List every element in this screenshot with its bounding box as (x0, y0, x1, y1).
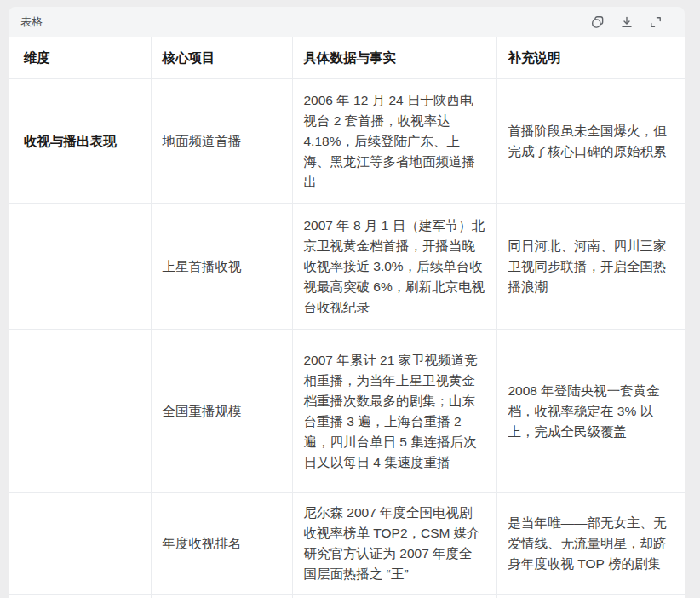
cell-facts: 尼尔森 2007 年度全国电视剧收视率榜单 TOP2，CSM 媒介研究官方认证为… (292, 493, 496, 595)
expand-icon[interactable] (649, 15, 663, 29)
cell-project (151, 595, 292, 598)
cell-project: 全国重播规模 (151, 330, 292, 493)
cell-dimension (9, 493, 151, 595)
cell-dimension (9, 204, 151, 330)
col-header-notes: 补充说明 (496, 37, 685, 79)
download-icon[interactable] (620, 15, 634, 29)
cell-facts: 2007 年累计 21 家卫视频道竞相重播，为当年上星卫视黄金档重播次数最多的剧… (292, 330, 496, 493)
col-header-project: 核心项目 (151, 37, 292, 79)
table-row: 上星首播收视 2007 年 8 月 1 日（建军节）北京卫视黄金档首播，开播当晚… (9, 204, 685, 330)
cell-facts: 2007 年 8 月 1 日（建军节）北京卫视黄金档首播，开播当晚收视率接近 3… (292, 204, 496, 330)
cell-dimension: 收视与播出表现 (9, 79, 151, 204)
cell-project: 年度收视排名 (151, 493, 292, 595)
cell-notes (496, 595, 685, 598)
table-row-partial (9, 595, 685, 598)
cell-notes: 2008 年登陆央视一套黄金档，收视率稳定在 3% 以上，完成全民级覆盖 (496, 330, 685, 493)
col-header-dimension: 维度 (9, 37, 151, 79)
widget-title: 表格 (20, 14, 43, 30)
table-row: 收视与播出表现 地面频道首播 2006 年 12 月 24 日于陕西电视台 2 … (9, 79, 685, 204)
cell-notes: 是当年唯——部无女主、无爱情线、无流量明星，却跻身年度收视 TOP 榜的剧集 (496, 493, 685, 595)
table-widget-card: 表格 (9, 7, 685, 598)
table-widget-toolbar: 表格 (9, 7, 685, 37)
cell-notes: 首播阶段虽未全国爆火，但完成了核心口碑的原始积累 (496, 79, 685, 204)
table-row: 全国重播规模 2007 年累计 21 家卫视频道竞相重播，为当年上星卫视黄金档重… (9, 330, 685, 493)
col-header-facts: 具体数据与事实 (292, 37, 496, 79)
copy-icon[interactable] (591, 15, 605, 29)
table-header-row: 维度 核心项目 具体数据与事实 补充说明 (9, 37, 685, 79)
cell-project: 地面频道首播 (151, 79, 292, 204)
cell-project: 上星首播收视 (151, 204, 292, 330)
cell-notes: 同日河北、河南、四川三家卫视同步联播，开启全国热播浪潮 (496, 204, 685, 330)
cell-dimension (9, 595, 151, 598)
cell-facts (292, 595, 496, 598)
table-row: 年度收视排名 尼尔森 2007 年度全国电视剧收视率榜单 TOP2，CSM 媒介… (9, 493, 685, 595)
cell-dimension (9, 330, 151, 493)
table-container: 维度 核心项目 具体数据与事实 补充说明 收视与播出表现 地面频道首播 2006… (9, 37, 685, 598)
toolbar-actions (591, 15, 673, 29)
data-table: 维度 核心项目 具体数据与事实 补充说明 收视与播出表现 地面频道首播 2006… (9, 37, 685, 598)
cell-facts: 2006 年 12 月 24 日于陕西电视台 2 套首播，收视率达 4.18%，… (292, 79, 496, 204)
